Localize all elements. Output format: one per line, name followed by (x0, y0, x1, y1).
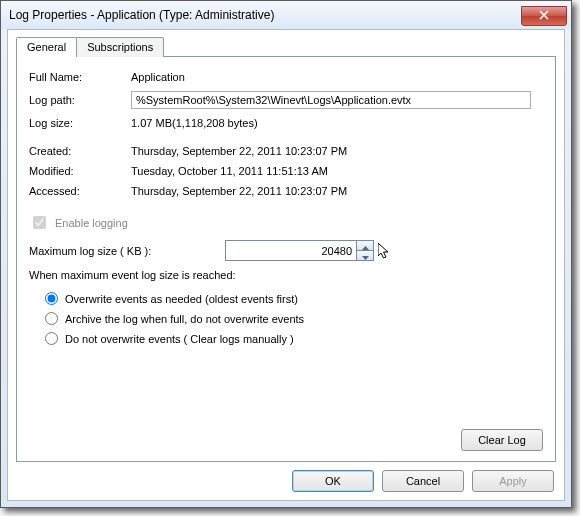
value-log-size: 1.07 MB(1,118,208 bytes) (131, 117, 258, 129)
radio-noover[interactable]: Do not overwrite events ( Clear logs man… (45, 332, 543, 345)
enable-logging-label: Enable logging (55, 217, 128, 229)
radio-archive-input[interactable] (45, 312, 58, 325)
chevron-down-icon (362, 250, 369, 262)
row-full-name: Full Name: Application (29, 71, 543, 83)
radio-archive-label: Archive the log when full, do not overwr… (65, 313, 304, 325)
max-size-spinner[interactable] (225, 240, 374, 261)
label-log-size: Log size: (29, 117, 131, 129)
label-when-max: When maximum event log size is reached: (29, 269, 543, 281)
general-panel: Full Name: Application Log path: Log siz… (16, 56, 556, 462)
row-created: Created: Thursday, September 22, 2011 10… (29, 145, 543, 157)
cancel-button[interactable]: Cancel (382, 470, 464, 492)
enable-logging-input (33, 216, 46, 229)
window: Log Properties - Application (Type: Admi… (0, 0, 572, 508)
label-full-name: Full Name: (29, 71, 131, 83)
row-log-path: Log path: (29, 91, 543, 109)
close-button[interactable] (521, 6, 567, 26)
label-accessed: Accessed: (29, 185, 131, 197)
row-log-size: Log size: 1.07 MB(1,118,208 bytes) (29, 117, 543, 129)
clear-log-button[interactable]: Clear Log (461, 429, 543, 451)
value-created: Thursday, September 22, 2011 10:23:07 PM (131, 145, 347, 157)
dialog-footer: OK Cancel Apply (16, 462, 556, 492)
tab-subscriptions[interactable]: Subscriptions (76, 37, 164, 57)
ok-button[interactable]: OK (292, 470, 374, 492)
radio-noover-input[interactable] (45, 332, 58, 345)
spinner-buttons (356, 241, 373, 260)
titlebar: Log Properties - Application (Type: Admi… (1, 1, 571, 29)
row-max-size: Maximum log size ( KB ): (29, 240, 543, 261)
label-log-path: Log path: (29, 94, 131, 106)
max-size-input[interactable] (226, 243, 356, 259)
tab-strip: General Subscriptions (16, 37, 556, 57)
client-area: General Subscriptions Full Name: Applica… (7, 29, 565, 501)
window-title: Log Properties - Application (Type: Admi… (9, 8, 274, 22)
row-accessed: Accessed: Thursday, September 22, 2011 1… (29, 185, 543, 197)
spinner-down[interactable] (357, 251, 373, 260)
row-modified: Modified: Tuesday, October 11, 2011 11:5… (29, 165, 543, 177)
radio-noover-label: Do not overwrite events ( Clear logs man… (65, 333, 294, 345)
cursor-icon (378, 243, 392, 263)
radio-overwrite[interactable]: Overwrite events as needed (oldest event… (45, 292, 543, 305)
apply-button[interactable]: Apply (472, 470, 554, 492)
value-modified: Tuesday, October 11, 2011 11:51:13 AM (131, 165, 328, 177)
close-icon (539, 10, 549, 22)
label-created: Created: (29, 145, 131, 157)
enable-logging-checkbox: Enable logging (29, 213, 543, 232)
overflow-radios: Overwrite events as needed (oldest event… (45, 285, 543, 352)
radio-archive[interactable]: Archive the log when full, do not overwr… (45, 312, 543, 325)
value-accessed: Thursday, September 22, 2011 10:23:07 PM (131, 185, 347, 197)
value-full-name: Application (131, 71, 185, 83)
label-modified: Modified: (29, 165, 131, 177)
log-path-input[interactable] (131, 91, 531, 109)
label-max-size: Maximum log size ( KB ): (29, 245, 225, 257)
radio-overwrite-label: Overwrite events as needed (oldest event… (65, 293, 298, 305)
tab-general[interactable]: General (16, 37, 77, 57)
radio-overwrite-input[interactable] (45, 292, 58, 305)
